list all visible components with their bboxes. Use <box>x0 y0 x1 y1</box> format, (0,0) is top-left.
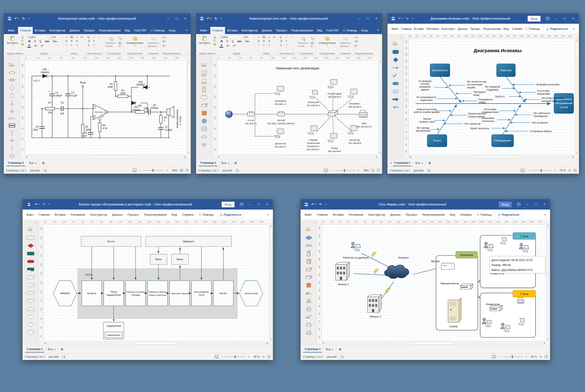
ribbon-options-icon[interactable] <box>544 15 551 22</box>
fill-color-icon[interactable] <box>310 36 314 40</box>
stencil-shape-firewall-icon[interactable] <box>200 110 209 116</box>
stencil-shape-lamp-icon[interactable] <box>7 153 16 159</box>
maximize-button[interactable]: □ <box>364 15 372 22</box>
close-button[interactable]: × <box>181 15 189 22</box>
share-button[interactable]: Поделиться <box>217 211 244 218</box>
horizontal-scrollbar[interactable]: ◀▶ <box>25 155 187 159</box>
stencil-shape-oval-icon[interactable] <box>391 88 400 94</box>
grow-font-icon[interactable]: A▴ <box>33 44 38 48</box>
zoom-level[interactable]: 69% <box>361 169 369 172</box>
signin-button[interactable]: Вход <box>222 202 234 207</box>
tab-insert[interactable]: Вставка <box>411 25 424 32</box>
stencil-shape-ring-network-icon[interactable] <box>304 235 313 241</box>
minimize-button[interactable]: – <box>552 15 560 22</box>
fit-page-icon[interactable] <box>574 169 577 172</box>
zoom-in-button[interactable]: + <box>358 169 359 172</box>
decrease-indent-icon[interactable]: ⇤ <box>70 43 73 47</box>
tab-file[interactable]: Файл <box>197 27 210 34</box>
tab-design[interactable]: Конструктор <box>47 27 67 34</box>
tab-foxit-pdf[interactable]: Foxit PDF <box>132 27 149 34</box>
horizontal-scrollbar[interactable]: ◀▶ <box>322 341 546 345</box>
zoom-level[interactable]: 98 % <box>252 355 260 358</box>
zoom-slider[interactable] <box>502 356 523 357</box>
stencil-shape-printer-icon[interactable] <box>304 306 313 312</box>
connector-tool-icon[interactable] <box>284 35 288 38</box>
vertical-scrollbar[interactable]: ▲▼ <box>187 60 191 155</box>
close-ribbon-icon[interactable]: × <box>375 26 381 34</box>
stencil-shape-hexagon-icon[interactable] <box>26 314 35 320</box>
presentation-mode-icon[interactable] <box>323 168 328 172</box>
stencil-shape-comm-link-icon[interactable] <box>304 290 313 296</box>
tab-process[interactable]: Процесс <box>125 211 141 218</box>
copy-icon[interactable] <box>213 39 217 43</box>
titlebar[interactable]: ↶▾↻▾ Компьютерная сеть.vsdx - Visio проф… <box>196 13 382 24</box>
expand-shapes-icon[interactable]: › <box>17 57 18 60</box>
stencil-shape-spine-icon[interactable] <box>391 65 400 71</box>
new-window-icon[interactable] <box>377 169 380 172</box>
tab-design[interactable]: Конструктор <box>88 211 109 218</box>
stencil-shape-category-icon[interactable] <box>391 49 400 55</box>
stencil-shape-inductor-icon[interactable] <box>7 116 16 121</box>
zoom-in-button[interactable]: + <box>248 355 250 358</box>
titlebar[interactable]: ↶▾↷▾ Бизнес-процес обслуживания в рестор… <box>22 199 273 210</box>
minimize-button[interactable]: – <box>355 15 363 22</box>
pointer-tool-icon[interactable] <box>279 35 283 38</box>
stencil-shape-resistor-icon[interactable] <box>7 70 16 75</box>
align-middle-icon[interactable]: ≣ <box>262 39 266 43</box>
format-painter-icon[interactable] <box>213 43 217 47</box>
maximize-button[interactable]: □ <box>173 15 180 22</box>
category-boxes[interactable] <box>427 64 574 147</box>
font-color-button[interactable]: А <box>220 44 223 48</box>
italic-button[interactable]: К <box>33 40 37 43</box>
replace-shape-button[interactable]: Заменитьфигуру ▾ <box>148 36 159 48</box>
drawing-canvas[interactable]: Безопасность Персонал Услуги Оборудовани… <box>409 38 575 155</box>
add-page-button[interactable]: ⊕ <box>233 161 238 165</box>
zoom-slider[interactable] <box>334 170 355 171</box>
tab-review[interactable]: Рецензирование <box>289 27 315 34</box>
superscript-icon[interactable]: A⁵ <box>80 35 84 38</box>
increase-indent-icon[interactable]: ⇥ <box>75 43 79 47</box>
pagebar-menu-icon[interactable]: ◂ <box>390 162 392 164</box>
save-icon[interactable] <box>8 17 11 20</box>
stencil-shape-manual-op-icon[interactable] <box>26 298 35 304</box>
stencil-shape-document-icon[interactable] <box>26 290 35 296</box>
tab-help-ref[interactable]: Справка <box>458 211 474 218</box>
tab-file[interactable]: Файл <box>302 211 314 218</box>
redo-button[interactable]: ↷ <box>319 202 322 206</box>
stencil-shape-cylinder-icon[interactable] <box>26 282 35 288</box>
redo-button[interactable]: ↷ <box>42 202 45 206</box>
zoom-out-button[interactable]: − <box>139 169 141 172</box>
titlebar[interactable]: ↶▾↻▾ Диаграмма Исикавы.vsdx - Visio проф… <box>388 13 579 24</box>
server-room[interactable] <box>436 252 478 330</box>
all-pages-button[interactable]: Все▲ <box>47 348 57 351</box>
stencil-shape-fish-icon[interactable] <box>391 104 400 110</box>
stencil-shape-earth-ground-icon[interactable] <box>7 108 16 114</box>
stencil-shape-mfp-icon[interactable] <box>304 330 313 336</box>
select-icon[interactable]: ▾ <box>355 44 358 47</box>
case-button[interactable]: Aa▾ <box>52 40 58 43</box>
save-icon[interactable] <box>200 17 204 20</box>
stencil-open-icon[interactable] <box>391 41 400 47</box>
horizontal-scrollbar[interactable]: ◀▶ <box>409 155 575 159</box>
status-language[interactable]: русский <box>222 169 232 172</box>
zoom-slider[interactable] <box>225 356 246 357</box>
presentation-mode-icon[interactable] <box>214 355 219 358</box>
diagram-ishikawa[interactable]: Безопасность Персонал Услуги Оборудовани… <box>409 38 575 155</box>
close-button[interactable]: × <box>263 201 271 208</box>
qat-customize-button[interactable]: ▾ <box>28 18 29 20</box>
zoom-slider[interactable] <box>143 170 164 171</box>
tab-draw[interactable]: Рисование <box>424 25 439 32</box>
tab-data[interactable]: Данные <box>455 25 467 32</box>
undo-button[interactable]: ↶▾ <box>398 16 403 21</box>
stencil-shape-capacitor-icon[interactable] <box>7 77 16 82</box>
connection-point-icon[interactable] <box>87 39 91 43</box>
format-painter-icon[interactable] <box>20 43 24 47</box>
collapse-ribbon-icon[interactable]: ⌃ <box>378 51 382 56</box>
fill-color-icon[interactable] <box>118 36 122 40</box>
save-icon[interactable] <box>27 202 31 207</box>
tab-help[interactable]: Помощь <box>523 25 543 32</box>
drawing-canvas[interactable]: Локальная сеть организации D-Link192.168… <box>217 60 378 155</box>
tab-insert[interactable]: Вставка <box>330 211 346 218</box>
text-tool-icon[interactable]: A <box>87 43 91 47</box>
line-color-icon[interactable] <box>310 40 314 44</box>
